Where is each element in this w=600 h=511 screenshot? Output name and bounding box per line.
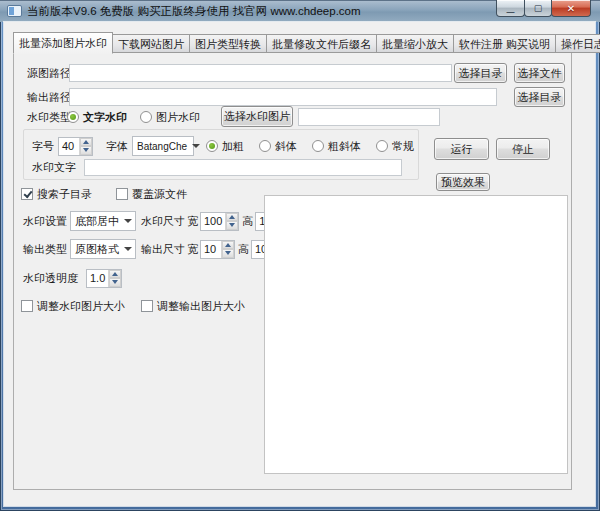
resize-watermark-checkbox[interactable]: 调整水印图片大小	[21, 299, 125, 314]
checkbox-icon	[141, 300, 153, 312]
text-watermark-label: 文字水印	[83, 110, 127, 125]
app-icon	[7, 5, 22, 17]
choose-source-file-button[interactable]: 选择文件	[514, 63, 565, 83]
tab-batch-watermark[interactable]: 批量添加图片水印	[13, 32, 113, 54]
window-controls: — ▢ ✕	[497, 0, 591, 17]
watermark-position-row: 水印设置 底部居中 水印尺寸 宽 100 高 100	[23, 211, 264, 231]
maximize-icon: ▢	[534, 3, 543, 13]
watermark-type-row: 水印类型 文字水印 图片水印 选择水印图片	[27, 107, 563, 127]
text-watermark-radio[interactable]: 文字水印	[67, 110, 127, 125]
spin-up-icon[interactable]	[226, 213, 238, 222]
font-family-select[interactable]: BatangChe	[132, 136, 194, 156]
output-path-row: 输出路径 选择目录	[27, 87, 563, 107]
output-type-value: 原图格式	[75, 242, 119, 257]
maximize-button[interactable]: ▢	[524, 0, 552, 17]
source-path-label: 源图路径	[27, 66, 71, 81]
choose-watermark-image-button[interactable]: 选择水印图片	[221, 106, 293, 127]
watermark-position-label: 水印设置	[23, 214, 67, 229]
font-size-stepper[interactable]: 40	[58, 137, 93, 156]
spin-down-icon[interactable]	[109, 278, 121, 287]
output-width-value: 10	[201, 241, 221, 258]
search-subdir-checkbox[interactable]: 搜索子目录	[21, 187, 92, 202]
style-bold-radio[interactable]: 加粗	[206, 139, 244, 154]
spin-up-icon[interactable]	[109, 270, 121, 279]
subdir-options-row: 搜索子目录 覆盖源文件	[21, 186, 264, 202]
tab-download-images[interactable]: 下载网站图片	[113, 34, 190, 53]
options-column: 搜索子目录 覆盖源文件 水印设置 底部居中 水印尺寸 宽	[14, 183, 264, 314]
watermark-image-path-input[interactable]	[298, 108, 440, 126]
font-family-label: 字体	[106, 139, 128, 154]
stop-button[interactable]: 停止	[496, 138, 550, 160]
watermark-width-value: 100	[201, 213, 225, 230]
window-title: 当前版本V9.6 免费版 购买正版终身使用 找官网 www.chdeep.com	[27, 0, 361, 22]
tab-page-batch-watermark: 源图路径 选择目录 选择文件 输出路径 选择目录 水印类型 文字水印	[13, 52, 572, 490]
watermark-position-value: 底部居中	[75, 214, 119, 229]
close-button[interactable]: ✕	[551, 0, 591, 17]
overwrite-source-checkbox[interactable]: 覆盖源文件	[116, 187, 187, 202]
minimize-button[interactable]: —	[496, 0, 525, 17]
output-width-stepper[interactable]: 10	[200, 240, 235, 259]
output-path-label: 输出路径	[27, 90, 71, 105]
output-size-label: 输出尺寸	[141, 242, 185, 257]
style-regular-radio[interactable]: 常规	[376, 139, 414, 154]
watermark-text-label: 水印文字	[32, 160, 84, 175]
chevron-down-icon	[124, 219, 132, 223]
watermark-text-input[interactable]	[84, 159, 402, 176]
style-bold-italic-label: 粗斜体	[328, 139, 361, 154]
tab-strip: 批量添加图片水印 下载网站图片 图片类型转换 批量修改文件后缀名 批量缩小放大 …	[13, 31, 600, 53]
radio-icon	[376, 140, 388, 152]
tab-resize[interactable]: 批量缩小放大	[377, 34, 454, 53]
resize-options-row: 调整水印图片大小 调整输出图片大小	[21, 298, 264, 314]
tab-register[interactable]: 软件注册 购买说明	[454, 34, 556, 53]
watermark-height-label: 高	[242, 214, 253, 229]
tab-type-convert[interactable]: 图片类型转换	[190, 34, 267, 53]
opacity-row: 水印透明度 1.0	[23, 268, 264, 288]
watermark-type-label: 水印类型	[27, 110, 71, 125]
spin-up-icon[interactable]	[222, 241, 234, 250]
image-watermark-label: 图片水印	[156, 110, 200, 125]
radio-icon	[140, 111, 152, 123]
font-family-value: BatangChe	[137, 141, 187, 152]
tab-rename-suffix[interactable]: 批量修改文件后缀名	[267, 34, 377, 53]
check-icon	[21, 188, 33, 200]
spin-down-icon[interactable]	[226, 221, 238, 230]
resize-watermark-label: 调整水印图片大小	[37, 299, 125, 314]
resize-output-label: 调整输出图片大小	[157, 299, 245, 314]
opacity-stepper[interactable]: 1.0	[86, 269, 122, 288]
choose-source-dir-button[interactable]: 选择目录	[454, 63, 507, 83]
opacity-label: 水印透明度	[23, 271, 78, 286]
spin-down-icon[interactable]	[222, 249, 234, 258]
radio-selected-icon	[206, 140, 218, 152]
style-bold-italic-radio[interactable]: 粗斜体	[312, 139, 361, 154]
source-path-input[interactable]	[69, 64, 452, 82]
search-subdir-label: 搜索子目录	[37, 187, 92, 202]
minimize-icon: —	[507, 7, 515, 16]
source-path-row: 源图路径 选择目录 选择文件	[27, 63, 563, 83]
tab-log[interactable]: 操作日志	[556, 34, 600, 53]
overwrite-source-label: 覆盖源文件	[132, 187, 187, 202]
font-settings-group: 字号 40 字体 BatangChe 加粗	[23, 129, 419, 180]
output-type-select[interactable]: 原图格式	[70, 239, 136, 259]
output-path-input[interactable]	[69, 88, 497, 106]
resize-output-checkbox[interactable]: 调整输出图片大小	[141, 299, 245, 314]
chevron-down-icon	[192, 144, 200, 148]
app-window: 当前版本V9.6 免费版 购买正版终身使用 找官网 www.chdeep.com…	[0, 0, 600, 511]
preview-panel	[264, 195, 568, 474]
choose-output-dir-button[interactable]: 选择目录	[514, 87, 565, 107]
style-bold-label: 加粗	[222, 139, 244, 154]
font-size-label: 字号	[32, 139, 58, 154]
font-size-value: 40	[59, 138, 79, 155]
watermark-size-label: 水印尺寸	[141, 214, 185, 229]
preview-button[interactable]: 预览效果	[436, 173, 490, 191]
watermark-text-row: 水印文字	[32, 158, 402, 176]
watermark-width-label: 宽	[187, 214, 198, 229]
watermark-width-stepper[interactable]: 100	[200, 212, 239, 231]
style-italic-radio[interactable]: 斜体	[259, 139, 297, 154]
spin-down-icon[interactable]	[80, 146, 92, 155]
client-area: 批量添加图片水印 下载网站图片 图片类型转换 批量修改文件后缀名 批量缩小放大 …	[4, 22, 595, 506]
watermark-position-select[interactable]: 底部居中	[70, 211, 136, 231]
image-watermark-radio[interactable]: 图片水印	[140, 110, 200, 125]
style-regular-label: 常规	[392, 139, 414, 154]
run-button[interactable]: 运行	[434, 138, 489, 160]
spin-up-icon[interactable]	[80, 138, 92, 147]
